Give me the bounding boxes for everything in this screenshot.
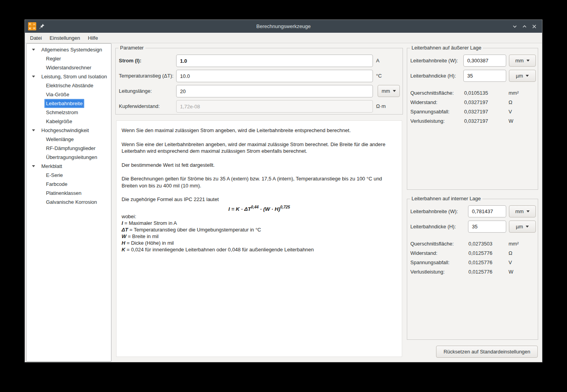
temperaturanstieg-unit: °C: [376, 70, 382, 82]
tree-item-farbcode[interactable]: Farbcode: [26, 180, 111, 189]
kupferwiderstand-unit: Ω·m: [376, 100, 386, 113]
leitungslaenge-unit-dropdown[interactable]: mm: [378, 85, 400, 97]
tree-item-elektrische-abstaende[interactable]: Elektrische Abstände: [26, 81, 111, 90]
inner-layer-group: Leiterbahnen auf interner Lage Leiterbah…: [407, 199, 538, 340]
kupferwiderstand-label: Kupferwiderstand:: [119, 100, 160, 113]
temperaturanstieg-input[interactable]: [176, 70, 373, 82]
maximize-button[interactable]: [521, 23, 528, 30]
outer-voltage-drop-unit: V: [509, 107, 512, 117]
var-definition: I = Maximaler Strom in A: [122, 220, 397, 226]
tree-item-regler[interactable]: Regler: [26, 54, 111, 63]
menu-datei[interactable]: Datei: [26, 33, 46, 43]
wobei-label: wobei:: [122, 213, 397, 220]
outer-power-loss-value: 0,0327197: [464, 117, 488, 126]
outer-power-loss-unit: W: [509, 117, 513, 126]
collapse-triangle-icon[interactable]: [32, 49, 35, 51]
strom-unit: A: [376, 55, 380, 67]
outer-resistance-unit: Ω: [509, 98, 512, 107]
outer-power-loss-label: Verlustleistung:: [410, 117, 445, 126]
var-definition: K = 0,024 für innenliegende Leiterbahnen…: [122, 246, 397, 253]
inner-thickness-label: Leiterbahndicke (H):: [410, 221, 456, 233]
var-definition: W = Breite in mil: [122, 233, 397, 240]
kupferwiderstand-input: [176, 100, 373, 113]
tree-item-rf-daempfungsglieder[interactable]: RF-Dämpfungsglieder: [26, 144, 111, 153]
parameter-legend: Parameter: [118, 45, 145, 51]
tree-item-wellenlaenge[interactable]: Wellenlänge: [26, 135, 111, 144]
outer-width-label: Leiterbahnbreite (W):: [410, 55, 458, 67]
menu-hilfe[interactable]: Hilfe: [84, 33, 102, 43]
outer-width-unit-dropdown[interactable]: mm: [509, 55, 536, 67]
window-title: Berechnungswerkzeuge: [25, 20, 542, 33]
var-definition: ΔT = Temperaturanstieg über die Umgebung…: [122, 226, 397, 233]
tree-item-leistung-strom-isolation[interactable]: Leistung, Strom und Isolation: [26, 72, 111, 81]
inner-resistance-value: 0,0125776: [468, 249, 492, 258]
tree-item-galvanische-korrosion[interactable]: Galvanische Korrosion: [26, 198, 111, 207]
outer-area-value: 0,0105135: [464, 88, 488, 98]
tree-item-allgemeines-systemdesign[interactable]: Allgemeines Systemdesign: [26, 45, 111, 54]
chevron-down-icon: [526, 226, 529, 228]
formula-intro: Die zugehörige Formel aus IPC 2221 laute…: [122, 196, 397, 203]
collapse-triangle-icon[interactable]: [32, 76, 35, 78]
outer-voltage-drop-value: 0,0327197: [464, 107, 488, 117]
calculator-tree: Allgemeines Systemdesign Regler Widersta…: [26, 43, 111, 362]
tree-item-widerstandsrechner[interactable]: Widerstandsrechner: [26, 63, 111, 72]
tree-item-e-serie[interactable]: E-Serie: [26, 171, 111, 180]
chevron-down-icon: [526, 210, 530, 212]
inner-thickness-unit-dropdown[interactable]: µm: [509, 221, 536, 233]
outer-resistance-value: 0,0327197: [464, 98, 488, 107]
outer-thickness-unit-dropdown[interactable]: µm: [509, 70, 536, 82]
var-definition: H = Dicke (Höhe) in mil: [122, 240, 397, 246]
inner-voltage-drop-value: 0,0125776: [468, 258, 492, 267]
tree-item-kabelgroesse[interactable]: Kabelgröße: [26, 117, 111, 126]
help-paragraph: Die Berechnungen gelten für Ströme bis z…: [122, 175, 397, 189]
ipc2221-formula: I = K · ΔT0,44 · (W · H)0,725: [122, 204, 397, 212]
inner-area-value: 0,0273503: [468, 239, 492, 249]
title-bar[interactable]: + − × = Berechnungswerkzeuge: [25, 20, 542, 33]
inner-voltage-drop-unit: V: [509, 258, 512, 267]
leitungslaenge-label: Leitungslänge:: [119, 85, 152, 97]
inner-width-unit-dropdown[interactable]: mm: [509, 205, 536, 217]
help-paragraph: Wenn Sie den maximal zulässigen Strom an…: [122, 127, 397, 134]
inner-area-label: Querschnittsfläche:: [410, 239, 454, 249]
outer-layer-group: Leiterbahnen auf äußerer Lage Leiterbahn…: [407, 48, 538, 190]
menu-einstellungen[interactable]: Einstellungen: [46, 33, 84, 43]
outer-area-label: Querschnittsfläche:: [410, 88, 454, 98]
outer-resistance-label: Widerstand:: [410, 98, 437, 107]
chevron-down-icon: [393, 90, 396, 92]
inner-thickness-input[interactable]: [468, 221, 506, 233]
strom-input[interactable]: [176, 55, 373, 67]
tree-item-merkblatt[interactable]: Merkblatt: [26, 162, 111, 171]
tree-item-leiterbahnbreite[interactable]: Leiterbahnbreite: [26, 99, 111, 108]
tree-item-uebertragungsleitungen[interactable]: Übertragungsleitungen: [26, 153, 111, 162]
inner-power-loss-label: Verlustleistung:: [410, 267, 445, 277]
outer-area-unit: mm²: [509, 88, 519, 98]
outer-voltage-drop-label: Spannungsabfall:: [410, 107, 449, 117]
inner-area-unit: mm²: [509, 239, 519, 249]
inner-layer-legend: Leiterbahnen auf interner Lage: [410, 196, 482, 202]
tree-item-schmelzstrom[interactable]: Schmelzstrom: [26, 108, 111, 117]
inner-resistance-unit: Ω: [509, 249, 512, 258]
tree-item-via-groesse[interactable]: Via-Größe: [26, 90, 111, 99]
close-button[interactable]: [531, 23, 537, 30]
inner-resistance-label: Widerstand:: [410, 249, 437, 258]
help-paragraph: Wenn Sie eine der Leiterbahnbreiten ange…: [122, 141, 397, 155]
strom-label: Strom (I):: [119, 55, 141, 67]
inner-power-loss-unit: W: [509, 267, 513, 277]
leitungslaenge-input[interactable]: [176, 85, 373, 97]
collapse-triangle-icon[interactable]: [32, 165, 35, 167]
tree-item-hochgeschwindigkeit[interactable]: Hochgeschwindigkeit: [26, 126, 111, 135]
calculator-window: + − × = Berechnungswerkzeuge Datei Einst…: [25, 19, 542, 362]
minimize-button[interactable]: [512, 23, 518, 30]
reset-defaults-button[interactable]: Rücksetzen auf Standardeinstellungen: [436, 346, 538, 358]
outer-layer-legend: Leiterbahnen auf äußerer Lage: [410, 45, 483, 51]
collapse-triangle-icon[interactable]: [32, 129, 35, 131]
inner-width-label: Leiterbahnbreite (W):: [410, 205, 458, 217]
chevron-down-icon: [526, 75, 529, 77]
help-text-panel: Wenn Sie den maximal zulässigen Strom an…: [116, 120, 402, 357]
inner-width-input[interactable]: [468, 205, 506, 217]
inner-voltage-drop-label: Spannungsabfall:: [410, 258, 449, 267]
outer-thickness-input[interactable]: [463, 70, 506, 82]
tree-item-platinenklassen[interactable]: Platinenklassen: [26, 189, 111, 198]
temperaturanstieg-label: Temperaturanstieg (ΔT):: [119, 70, 173, 82]
outer-width-input[interactable]: [463, 55, 506, 67]
